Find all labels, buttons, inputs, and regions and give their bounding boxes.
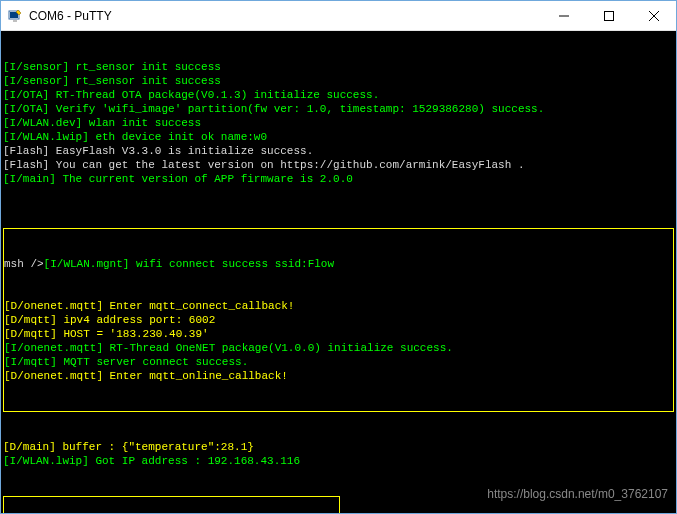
log-line: [Flash] EasyFlash V3.3.0 is initialize s… [3, 144, 674, 158]
watermark: https://blog.csdn.net/m0_3762107 [487, 487, 668, 501]
log-line: [I/main] The current version of APP firm… [3, 172, 674, 186]
log-line: [I/sensor] rt_sensor init success [3, 60, 674, 74]
highlight-box-1: msh />[I/WLAN.mgnt] wifi connect success… [3, 228, 674, 412]
log-line: [D/main] buffer : {"temperature":28.1} [3, 440, 674, 454]
window-buttons [541, 1, 676, 30]
titlebar[interactable]: COM6 - PuTTY [1, 1, 676, 31]
shell-prompt: msh /> [4, 258, 44, 270]
log-line [3, 186, 674, 200]
log-line: [I/mqtt] MQTT server connect success. [4, 355, 673, 369]
minimize-button[interactable] [541, 1, 586, 30]
highlight-box-2: [D/main] buffer : {"humidity":33.4}[D/ma… [3, 496, 340, 513]
putty-icon [7, 8, 23, 24]
log-line: [I/OTA] Verify 'wifi_image' partition(fw… [3, 102, 674, 116]
log-line: [D/onenet.mqtt] Enter mqtt_online_callba… [4, 369, 673, 383]
log-line: [I/WLAN.lwip] eth device init ok name:w0 [3, 130, 674, 144]
log-line: [I/sensor] rt_sensor init success [3, 74, 674, 88]
log-line: [I/onenet.mqtt] RT-Thread OneNET package… [4, 341, 673, 355]
window-title: COM6 - PuTTY [29, 9, 541, 23]
maximize-button[interactable] [586, 1, 631, 30]
svg-rect-2 [13, 20, 17, 22]
terminal-area[interactable]: [I/sensor] rt_sensor init success[I/sens… [1, 31, 676, 513]
log-line: [D/mqtt] ipv4 address port: 6002 [4, 313, 673, 327]
log-line: [I/WLAN.dev] wlan init success [3, 116, 674, 130]
log-line: [Flash] You can get the latest version o… [3, 158, 674, 172]
log-line: [I/OTA] RT-Thread OTA package(V0.1.3) in… [3, 88, 674, 102]
close-button[interactable] [631, 1, 676, 30]
putty-window: COM6 - PuTTY [I/sensor] rt_sensor init s… [0, 0, 677, 514]
log-line: [I/WLAN.mgnt] wifi connect success ssid:… [44, 258, 334, 270]
log-line: [D/onenet.mqtt] Enter mqtt_connect_callb… [4, 299, 673, 313]
log-line: [D/mqtt] HOST = '183.230.40.39' [4, 327, 673, 341]
svg-rect-4 [604, 11, 613, 20]
log-line: [I/WLAN.lwip] Got IP address : 192.168.4… [3, 454, 674, 468]
